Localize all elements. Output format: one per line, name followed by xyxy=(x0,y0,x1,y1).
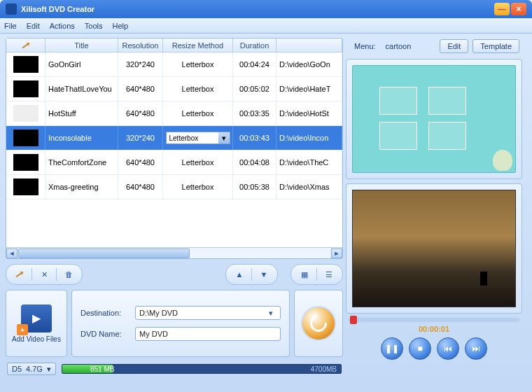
video-thumbnail xyxy=(13,130,38,146)
window-title: Xilisoft DVD Creator xyxy=(21,5,494,13)
chevron-down-icon: ▾ xyxy=(47,365,51,374)
delete-button[interactable]: ✕ xyxy=(36,267,52,282)
cartoon-character-icon xyxy=(493,150,512,171)
video-thumbnail xyxy=(13,56,38,73)
cell-resolution: 640*480 xyxy=(118,175,163,199)
menu-label: Menu: xyxy=(349,41,382,52)
cell-duration: 00:03:35 xyxy=(233,102,276,125)
menu-tools[interactable]: Tools xyxy=(85,22,103,30)
scroll-right-button[interactable]: ► xyxy=(331,248,342,258)
cell-path: D:\video\Xmas xyxy=(276,175,342,199)
burn-button[interactable] xyxy=(301,306,336,341)
cell-resize: Letterbox xyxy=(163,102,233,125)
dvd-name-field[interactable]: My DVD xyxy=(135,327,281,341)
menu-file[interactable]: File xyxy=(4,22,17,30)
column-path[interactable] xyxy=(276,38,342,52)
table-row[interactable]: HotStuff640*480Letterbox00:03:35D:\video… xyxy=(6,102,342,126)
disc-usage-bar: 851 MB 4700MB xyxy=(62,364,342,374)
disc-used: 851 MB xyxy=(90,365,114,374)
minimize-button[interactable]: — xyxy=(494,3,510,15)
cell-title: TheComfortZone xyxy=(46,150,118,174)
pencil-icon xyxy=(22,42,29,48)
column-title[interactable]: Title xyxy=(46,38,118,52)
cell-resize: Letterbox xyxy=(163,77,233,101)
cell-duration: 00:04:24 xyxy=(233,52,276,76)
cell-title: HotStuff xyxy=(46,102,118,125)
cell-duration: 00:05:02 xyxy=(233,77,276,101)
add-video-icon: + xyxy=(21,304,52,332)
menu-help[interactable]: Help xyxy=(112,22,128,30)
table-row[interactable]: GoOnGirl320*240Letterbox00:04:24D:\video… xyxy=(6,52,342,77)
menu-actions[interactable]: Actions xyxy=(50,22,75,30)
chevron-down-icon[interactable]: ▾ xyxy=(218,132,230,144)
menu-edit[interactable]: Edit xyxy=(27,22,40,30)
menubar: File Edit Actions Tools Help xyxy=(0,18,532,34)
seek-bar[interactable] xyxy=(349,318,519,322)
column-resolution[interactable]: Resolution xyxy=(118,38,163,52)
file-table: Title Resolution Resize Method Duration … xyxy=(6,38,343,259)
cell-title: Inconsolable xyxy=(46,126,118,150)
scroll-left-button[interactable]: ◄ xyxy=(6,248,18,258)
disc-size: 4.7G xyxy=(26,365,43,373)
close-button[interactable]: × xyxy=(511,3,526,15)
menu-preview[interactable] xyxy=(346,59,522,179)
menu-name: cartoon xyxy=(386,42,436,50)
menu-slot xyxy=(428,122,466,150)
column-duration[interactable]: Duration xyxy=(233,38,276,52)
table-row[interactable]: Inconsolable320*240Letterbox▾00:03:43D:\… xyxy=(6,126,342,150)
cell-path: D:\video\GoOn xyxy=(276,52,342,76)
pencil-icon xyxy=(16,272,24,278)
menu-slot xyxy=(428,87,466,115)
move-down-button[interactable]: ▼ xyxy=(256,267,272,282)
titlebar: Xilisoft DVD Creator — × xyxy=(0,0,532,18)
view-list-button[interactable]: ☰ xyxy=(321,267,337,282)
cell-path: D:\video\Incon xyxy=(276,126,342,150)
add-video-label: Add Video Files xyxy=(12,335,61,343)
chevron-down-icon[interactable]: ▾ xyxy=(265,307,276,319)
cell-duration: 00:05:38 xyxy=(233,175,276,199)
destination-value: D:\My DVD xyxy=(139,309,265,317)
cell-title: Xmas-greeting xyxy=(46,175,118,199)
next-button[interactable]: ⏭ xyxy=(465,337,487,360)
dvd-name-value: My DVD xyxy=(139,330,168,338)
disc-total: 4700MB xyxy=(311,365,337,374)
disc-type-select[interactable]: D5 4.7G ▾ xyxy=(7,363,56,375)
column-resize-method[interactable]: Resize Method xyxy=(163,38,233,52)
resize-method-select[interactable]: Letterbox▾ xyxy=(166,132,230,144)
horizontal-scrollbar[interactable]: ◄ ► xyxy=(6,247,342,258)
plus-icon: + xyxy=(17,324,28,335)
cell-resize[interactable]: Letterbox▾ xyxy=(163,126,233,150)
edit-button[interactable] xyxy=(12,267,27,282)
cell-duration: 00:03:43 xyxy=(233,126,276,150)
video-preview[interactable] xyxy=(346,183,522,314)
cell-title: HateThatILoveYou xyxy=(46,77,118,101)
cell-resolution: 640*480 xyxy=(118,150,163,174)
view-thumbnails-button[interactable]: ▦ xyxy=(297,267,312,282)
scroll-thumb[interactable] xyxy=(18,248,190,258)
cell-title: GoOnGirl xyxy=(46,52,118,76)
stop-button[interactable]: ■ xyxy=(409,337,431,360)
column-edit-icon[interactable] xyxy=(6,38,46,52)
cell-resize: Letterbox xyxy=(163,150,233,174)
trash-button[interactable]: 🗑 xyxy=(61,267,76,282)
video-thumbnail xyxy=(13,154,38,171)
menu-edit-button[interactable]: Edit xyxy=(440,39,468,53)
move-up-button[interactable]: ▲ xyxy=(232,267,247,282)
cell-path: D:\video\HotSt xyxy=(276,102,342,125)
cell-resolution: 640*480 xyxy=(118,102,163,125)
add-video-files-button[interactable]: + Add Video Files xyxy=(6,290,67,357)
menu-slot xyxy=(379,87,417,115)
dvd-name-label: DVD Name: xyxy=(80,330,130,338)
seek-handle[interactable] xyxy=(350,316,357,324)
destination-field[interactable]: D:\My DVD ▾ xyxy=(135,306,281,320)
app-logo xyxy=(6,4,17,15)
cell-path: D:\video\HateT xyxy=(276,77,342,101)
table-row[interactable]: HateThatILoveYou640*480Letterbox00:05:02… xyxy=(6,77,342,102)
destination-label: Destination: xyxy=(80,309,130,317)
prev-button[interactable]: ⏮ xyxy=(437,337,459,360)
pause-button[interactable]: ❚❚ xyxy=(381,337,403,360)
table-row[interactable]: TheComfortZone640*480Letterbox00:04:08D:… xyxy=(6,150,342,175)
cell-resize: Letterbox xyxy=(163,175,233,199)
table-row[interactable]: Xmas-greeting640*480Letterbox00:05:38D:\… xyxy=(6,175,342,200)
menu-template-button[interactable]: Template xyxy=(472,39,519,53)
